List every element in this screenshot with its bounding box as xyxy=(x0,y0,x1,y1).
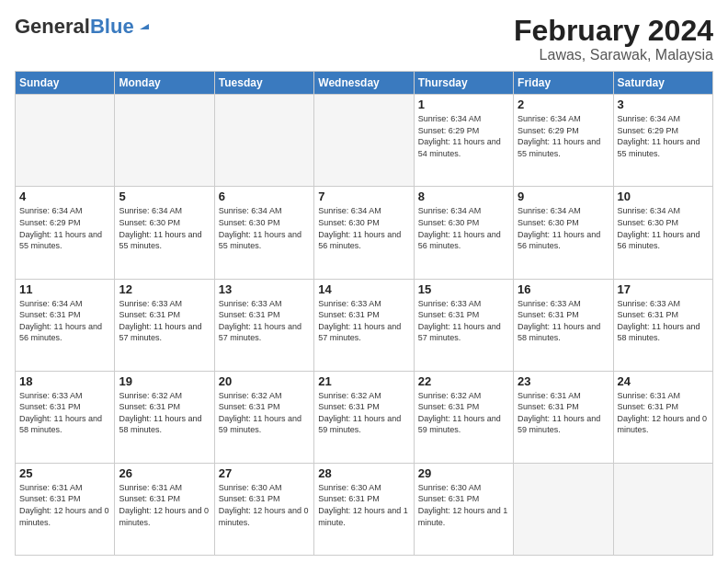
day-info: Sunrise: 6:34 AMSunset: 6:29 PMDaylight:… xyxy=(418,113,509,159)
calendar-cell xyxy=(115,95,214,187)
calendar-cell: 3Sunrise: 6:34 AMSunset: 6:29 PMDaylight… xyxy=(613,95,712,187)
logo-general: General xyxy=(15,15,90,39)
day-info: Sunrise: 6:33 AMSunset: 6:31 PMDaylight:… xyxy=(518,298,609,344)
day-number: 25 xyxy=(19,466,110,480)
calendar-cell: 21Sunrise: 6:32 AMSunset: 6:31 PMDayligh… xyxy=(314,371,414,463)
day-number: 16 xyxy=(518,282,609,296)
day-number: 27 xyxy=(219,466,310,480)
day-info: Sunrise: 6:31 AMSunset: 6:31 PMDaylight:… xyxy=(19,482,110,528)
logo: General Blue xyxy=(15,15,153,39)
calendar-cell: 11Sunrise: 6:34 AMSunset: 6:31 PMDayligh… xyxy=(16,279,115,371)
day-number: 9 xyxy=(518,190,609,203)
logo-blue: Blue xyxy=(90,15,134,39)
day-number: 22 xyxy=(418,374,509,388)
day-info: Sunrise: 6:34 AMSunset: 6:30 PMDaylight:… xyxy=(418,205,509,251)
day-number: 18 xyxy=(19,374,110,388)
col-friday: Friday xyxy=(514,72,613,95)
day-number: 28 xyxy=(318,466,409,480)
day-number: 11 xyxy=(19,282,110,296)
day-number: 5 xyxy=(119,190,210,203)
col-saturday: Saturday xyxy=(613,72,712,95)
day-number: 20 xyxy=(219,374,310,388)
calendar-cell: 5Sunrise: 6:34 AMSunset: 6:30 PMDaylight… xyxy=(115,187,214,279)
calendar-cell: 26Sunrise: 6:31 AMSunset: 6:31 PMDayligh… xyxy=(115,463,214,555)
calendar-cell: 18Sunrise: 6:33 AMSunset: 6:31 PMDayligh… xyxy=(16,371,115,463)
day-number: 4 xyxy=(19,190,110,203)
day-number: 12 xyxy=(119,282,210,296)
day-number: 13 xyxy=(219,282,310,296)
day-info: Sunrise: 6:34 AMSunset: 6:30 PMDaylight:… xyxy=(518,205,609,251)
day-info: Sunrise: 6:33 AMSunset: 6:31 PMDaylight:… xyxy=(318,298,409,344)
calendar-cell: 12Sunrise: 6:33 AMSunset: 6:31 PMDayligh… xyxy=(115,279,214,371)
day-info: Sunrise: 6:34 AMSunset: 6:31 PMDaylight:… xyxy=(19,298,110,344)
day-number: 15 xyxy=(418,282,509,296)
day-number: 24 xyxy=(618,374,709,388)
calendar-cell: 16Sunrise: 6:33 AMSunset: 6:31 PMDayligh… xyxy=(514,279,613,371)
calendar-cell: 23Sunrise: 6:31 AMSunset: 6:31 PMDayligh… xyxy=(514,371,613,463)
day-number: 29 xyxy=(418,466,509,480)
svg-marker-0 xyxy=(140,24,149,29)
day-number: 14 xyxy=(318,282,409,296)
calendar-cell: 7Sunrise: 6:34 AMSunset: 6:30 PMDaylight… xyxy=(314,187,414,279)
day-number: 23 xyxy=(518,374,609,388)
calendar-header-row: Sunday Monday Tuesday Wednesday Thursday… xyxy=(16,72,713,95)
calendar-cell xyxy=(514,463,613,555)
logo-icon xyxy=(136,17,153,37)
calendar-week-2: 11Sunrise: 6:34 AMSunset: 6:31 PMDayligh… xyxy=(16,279,713,371)
day-number: 2 xyxy=(518,98,609,111)
calendar-cell: 1Sunrise: 6:34 AMSunset: 6:29 PMDaylight… xyxy=(414,95,513,187)
calendar-week-4: 25Sunrise: 6:31 AMSunset: 6:31 PMDayligh… xyxy=(16,463,713,555)
header: General Blue February 2024 Lawas, Sarawa… xyxy=(15,15,713,63)
day-number: 3 xyxy=(618,98,709,111)
title-block: February 2024 Lawas, Sarawak, Malaysia xyxy=(514,15,713,63)
calendar-cell: 19Sunrise: 6:32 AMSunset: 6:31 PMDayligh… xyxy=(115,371,214,463)
day-info: Sunrise: 6:33 AMSunset: 6:31 PMDaylight:… xyxy=(119,298,210,344)
col-thursday: Thursday xyxy=(414,72,513,95)
calendar-cell: 10Sunrise: 6:34 AMSunset: 6:30 PMDayligh… xyxy=(613,187,712,279)
day-info: Sunrise: 6:31 AMSunset: 6:31 PMDaylight:… xyxy=(119,482,210,528)
calendar-cell: 22Sunrise: 6:32 AMSunset: 6:31 PMDayligh… xyxy=(414,371,513,463)
col-monday: Monday xyxy=(115,72,214,95)
day-info: Sunrise: 6:30 AMSunset: 6:31 PMDaylight:… xyxy=(318,482,409,528)
day-info: Sunrise: 6:34 AMSunset: 6:29 PMDaylight:… xyxy=(618,113,709,159)
calendar-cell: 29Sunrise: 6:30 AMSunset: 6:31 PMDayligh… xyxy=(414,463,513,555)
day-info: Sunrise: 6:33 AMSunset: 6:31 PMDaylight:… xyxy=(418,298,509,344)
day-number: 19 xyxy=(119,374,210,388)
calendar-title: February 2024 xyxy=(514,15,713,47)
calendar-cell xyxy=(314,95,414,187)
calendar-cell: 13Sunrise: 6:33 AMSunset: 6:31 PMDayligh… xyxy=(214,279,313,371)
calendar-cell: 4Sunrise: 6:34 AMSunset: 6:29 PMDaylight… xyxy=(16,187,115,279)
col-tuesday: Tuesday xyxy=(214,72,313,95)
day-info: Sunrise: 6:34 AMSunset: 6:30 PMDaylight:… xyxy=(119,205,210,251)
calendar-week-1: 4Sunrise: 6:34 AMSunset: 6:29 PMDaylight… xyxy=(16,187,713,279)
day-info: Sunrise: 6:30 AMSunset: 6:31 PMDaylight:… xyxy=(219,482,310,528)
calendar-cell: 28Sunrise: 6:30 AMSunset: 6:31 PMDayligh… xyxy=(314,463,414,555)
calendar-cell: 15Sunrise: 6:33 AMSunset: 6:31 PMDayligh… xyxy=(414,279,513,371)
col-sunday: Sunday xyxy=(16,72,115,95)
day-info: Sunrise: 6:31 AMSunset: 6:31 PMDaylight:… xyxy=(618,390,709,436)
day-info: Sunrise: 6:31 AMSunset: 6:31 PMDaylight:… xyxy=(518,390,609,436)
calendar-cell: 17Sunrise: 6:33 AMSunset: 6:31 PMDayligh… xyxy=(613,279,712,371)
calendar-cell: 6Sunrise: 6:34 AMSunset: 6:30 PMDaylight… xyxy=(214,187,313,279)
calendar-cell: 8Sunrise: 6:34 AMSunset: 6:30 PMDaylight… xyxy=(414,187,513,279)
day-number: 7 xyxy=(318,190,409,203)
day-info: Sunrise: 6:34 AMSunset: 6:30 PMDaylight:… xyxy=(219,205,310,251)
day-info: Sunrise: 6:33 AMSunset: 6:31 PMDaylight:… xyxy=(618,298,709,344)
calendar-cell: 27Sunrise: 6:30 AMSunset: 6:31 PMDayligh… xyxy=(214,463,313,555)
calendar-cell: 20Sunrise: 6:32 AMSunset: 6:31 PMDayligh… xyxy=(214,371,313,463)
day-info: Sunrise: 6:32 AMSunset: 6:31 PMDaylight:… xyxy=(318,390,409,436)
calendar-cell: 14Sunrise: 6:33 AMSunset: 6:31 PMDayligh… xyxy=(314,279,414,371)
day-number: 1 xyxy=(418,98,509,111)
day-info: Sunrise: 6:34 AMSunset: 6:29 PMDaylight:… xyxy=(19,205,110,251)
page: General Blue February 2024 Lawas, Sarawa… xyxy=(0,0,728,563)
calendar-week-0: 1Sunrise: 6:34 AMSunset: 6:29 PMDaylight… xyxy=(16,95,713,187)
day-info: Sunrise: 6:34 AMSunset: 6:30 PMDaylight:… xyxy=(318,205,409,251)
calendar-cell: 2Sunrise: 6:34 AMSunset: 6:29 PMDaylight… xyxy=(514,95,613,187)
day-number: 17 xyxy=(618,282,709,296)
calendar-week-3: 18Sunrise: 6:33 AMSunset: 6:31 PMDayligh… xyxy=(16,371,713,463)
calendar-cell: 9Sunrise: 6:34 AMSunset: 6:30 PMDaylight… xyxy=(514,187,613,279)
day-info: Sunrise: 6:32 AMSunset: 6:31 PMDaylight:… xyxy=(219,390,310,436)
day-info: Sunrise: 6:34 AMSunset: 6:30 PMDaylight:… xyxy=(618,205,709,251)
calendar-cell xyxy=(214,95,313,187)
day-number: 10 xyxy=(618,190,709,203)
